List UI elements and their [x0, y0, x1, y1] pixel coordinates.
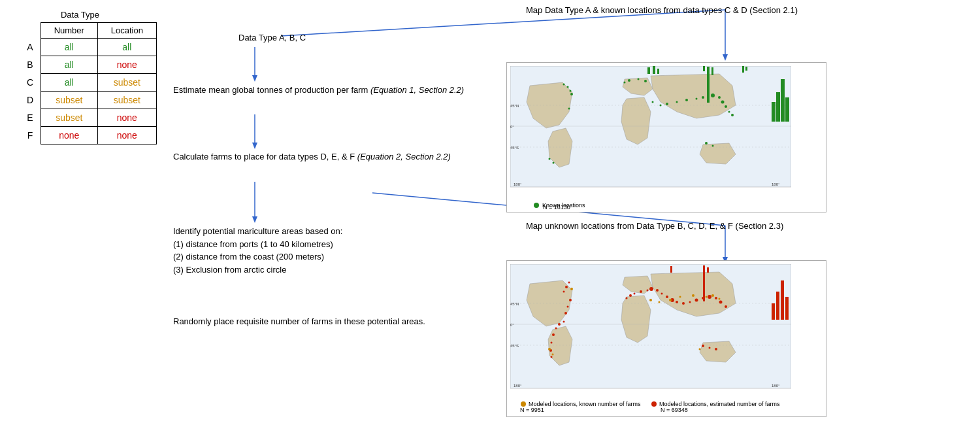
- table-cell-location: none: [97, 56, 156, 74]
- table-cell-number: none: [41, 127, 97, 144]
- map1-legend-n: N = 16130: [543, 204, 570, 211]
- svg-point-34: [705, 142, 708, 144]
- svg-rect-113: [781, 280, 784, 320]
- map1-label: Map Data Type A & known locations from d…: [526, 5, 807, 15]
- table-row-label: D: [20, 92, 41, 109]
- svg-point-77: [626, 297, 628, 299]
- svg-point-20: [568, 108, 570, 110]
- svg-point-36: [549, 158, 551, 160]
- table-cell-number: subset: [41, 92, 97, 109]
- svg-point-33: [731, 114, 734, 116]
- svg-point-101: [659, 301, 661, 303]
- svg-point-73: [552, 333, 555, 336]
- svg-rect-114: [785, 297, 789, 320]
- svg-point-108: [699, 348, 701, 350]
- svg-point-70: [563, 321, 565, 323]
- left-panel: Data Type Number Location A all all B al…: [0, 0, 160, 440]
- svg-text:45°S: 45°S: [510, 146, 519, 150]
- svg-point-37: [553, 162, 555, 164]
- svg-point-95: [725, 305, 727, 308]
- svg-rect-53: [745, 67, 747, 71]
- svg-rect-52: [742, 66, 744, 73]
- svg-point-31: [725, 105, 727, 108]
- map2-container: 45°N 0° 45°S 180° 180° Modeled locations…: [506, 260, 826, 417]
- flow-step4: Identify potential mariculture areas bas…: [173, 225, 342, 276]
- flow-step3: Calculate farms to place for data types …: [173, 150, 451, 163]
- svg-point-78: [629, 294, 632, 297]
- flow-step5: Randomly place requisite number of farms…: [173, 315, 425, 328]
- svg-point-21: [652, 101, 654, 103]
- svg-point-102: [669, 299, 672, 301]
- svg-point-81: [647, 290, 649, 292]
- svg-point-99: [570, 288, 573, 290]
- svg-point-74: [551, 342, 553, 344]
- table-cell-location: subset: [97, 92, 156, 109]
- svg-point-26: [696, 98, 698, 100]
- svg-point-94: [719, 301, 723, 304]
- svg-rect-116: [707, 267, 709, 273]
- map2-legend2-n: N = 69348: [661, 407, 688, 413]
- svg-point-41: [644, 80, 647, 82]
- svg-point-87: [676, 301, 678, 303]
- svg-point-79: [634, 293, 636, 295]
- svg-point-22: [660, 105, 662, 107]
- svg-point-40: [638, 78, 640, 80]
- table-cell-location: none: [97, 109, 156, 127]
- svg-text:180°: 180°: [514, 182, 522, 186]
- svg-point-96: [702, 345, 704, 347]
- svg-point-100: [649, 299, 652, 301]
- svg-point-90: [695, 299, 698, 302]
- svg-point-98: [715, 348, 717, 350]
- svg-text:45°S: 45°S: [510, 344, 519, 348]
- svg-point-64: [568, 282, 570, 284]
- table-cell-location: all: [97, 39, 156, 56]
- svg-point-109: [548, 348, 551, 350]
- table-row-label: C: [20, 74, 41, 92]
- svg-text:0°: 0°: [510, 323, 514, 327]
- svg-rect-50: [707, 67, 710, 103]
- svg-point-106: [711, 294, 714, 297]
- table-row-label: E: [20, 109, 41, 127]
- svg-point-25: [685, 99, 688, 101]
- svg-point-68: [567, 306, 569, 308]
- svg-text:0°: 0°: [510, 125, 514, 129]
- svg-point-67: [569, 299, 572, 301]
- map1-container: 45°N 0° 45°S 180° 180° Known locations N…: [506, 62, 826, 212]
- map2-legend1-n: N = 9951: [520, 407, 544, 413]
- svg-text:180°: 180°: [772, 384, 780, 388]
- flow-step4-item: (3) Exclusion from arctic circle: [173, 263, 342, 277]
- svg-point-66: [563, 291, 565, 293]
- svg-text:45°N: 45°N: [510, 104, 519, 108]
- svg-point-72: [555, 328, 557, 330]
- table-cell-number: subset: [41, 109, 97, 127]
- flow-step4-title: Identify potential mariculture areas bas…: [173, 225, 342, 238]
- flow-step2: Estimate mean global tonnes of productio…: [173, 84, 464, 97]
- svg-point-85: [666, 296, 668, 298]
- svg-point-88: [682, 302, 685, 305]
- svg-rect-49: [703, 66, 705, 71]
- svg-rect-43: [776, 92, 780, 122]
- svg-point-105: [706, 296, 708, 298]
- svg-point-27: [702, 96, 704, 99]
- svg-rect-46: [647, 67, 650, 74]
- middle-panel: Data Type A, B, C Estimate mean global t…: [160, 0, 506, 440]
- flow-step1: Data Type A, B, C: [238, 31, 306, 44]
- svg-point-80: [640, 290, 642, 293]
- table-cell-location: none: [97, 127, 156, 144]
- svg-point-17: [567, 86, 569, 88]
- svg-point-104: [692, 294, 694, 297]
- svg-point-39: [628, 79, 630, 82]
- svg-rect-117: [670, 266, 672, 273]
- table-cell-location: subset: [97, 74, 156, 92]
- svg-point-82: [649, 287, 653, 291]
- svg-point-110: [552, 354, 554, 356]
- svg-point-103: [679, 296, 681, 298]
- svg-point-84: [661, 293, 663, 295]
- svg-rect-51: [711, 67, 713, 75]
- svg-rect-48: [657, 69, 659, 74]
- flow-step4-item: (1) distance from ports (1 to 40 kilomet…: [173, 238, 342, 251]
- svg-point-19: [570, 93, 573, 95]
- table-cell-number: all: [41, 56, 97, 74]
- svg-point-65: [565, 286, 568, 288]
- table-row-label: F: [20, 127, 41, 144]
